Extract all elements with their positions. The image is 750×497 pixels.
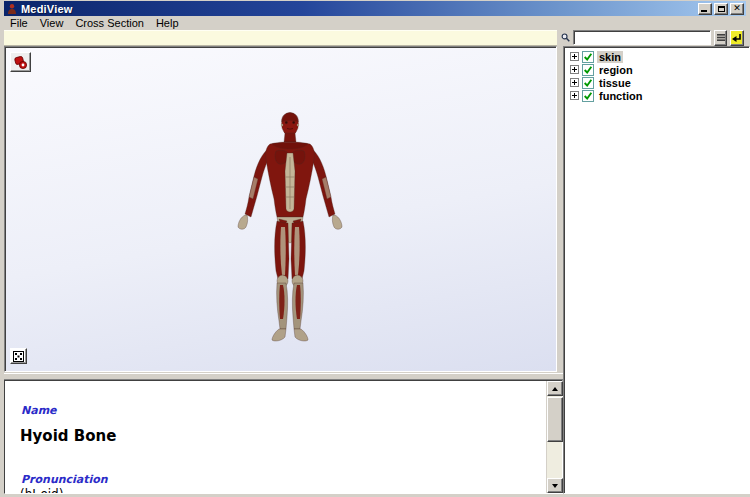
expand-plus-icon[interactable] bbox=[570, 91, 579, 100]
minimize-icon bbox=[701, 10, 707, 12]
function-checkbox[interactable] bbox=[582, 90, 594, 102]
pronunciation-value: (hI-oid) bbox=[20, 487, 63, 493]
triangle-down-icon bbox=[552, 484, 558, 488]
window-title: MediView bbox=[21, 3, 73, 15]
skin-checkbox[interactable] bbox=[582, 51, 594, 63]
menu-help[interactable]: Help bbox=[150, 16, 185, 30]
tree-item-tissue[interactable]: tissue bbox=[570, 76, 749, 89]
rotate-model-icon bbox=[13, 55, 28, 70]
status-toolbar bbox=[4, 30, 557, 46]
layer-tree-panel: skin region tissue function bbox=[563, 46, 750, 494]
horizontal-splitter[interactable] bbox=[4, 373, 563, 380]
check-icon bbox=[583, 65, 593, 75]
magnifier-icon[interactable] bbox=[561, 31, 570, 44]
texture-toggle-button[interactable] bbox=[10, 348, 27, 364]
tree-item-skin[interactable]: skin bbox=[570, 50, 749, 63]
triangle-up-icon bbox=[552, 387, 558, 391]
menu-file[interactable]: File bbox=[4, 16, 34, 30]
tree-label-skin[interactable]: skin bbox=[597, 51, 623, 63]
close-button[interactable]: ✕ bbox=[730, 3, 744, 15]
expand-plus-icon[interactable] bbox=[570, 78, 579, 87]
close-icon: ✕ bbox=[733, 4, 741, 13]
structure-name: Hyoid Bone bbox=[20, 427, 116, 445]
app-person-icon bbox=[6, 3, 18, 15]
scrollbar-thumb[interactable] bbox=[547, 397, 563, 442]
scroll-down-button[interactable] bbox=[547, 478, 563, 493]
check-icon bbox=[583, 91, 593, 101]
titlebar[interactable]: MediView ✕ bbox=[4, 1, 746, 16]
pronunciation-label: Pronunciation bbox=[21, 473, 108, 486]
list-options-button[interactable] bbox=[714, 30, 727, 46]
info-content: Name Hyoid Bone Pronunciation (hI-oid) bbox=[5, 381, 546, 493]
anatomy-viewport[interactable] bbox=[4, 46, 557, 372]
expand-plus-icon[interactable] bbox=[570, 65, 579, 74]
info-scrollbar[interactable] bbox=[546, 381, 562, 493]
tree-label-function[interactable]: function bbox=[597, 90, 644, 102]
minimize-button[interactable] bbox=[698, 3, 712, 15]
tissue-checkbox[interactable] bbox=[582, 77, 594, 89]
anatomy-model[interactable] bbox=[230, 111, 350, 357]
region-checkbox[interactable] bbox=[582, 64, 594, 76]
maximize-icon bbox=[718, 6, 725, 12]
search-toolbar bbox=[557, 29, 746, 46]
tree-label-region[interactable]: region bbox=[597, 64, 635, 76]
name-label: Name bbox=[21, 404, 57, 417]
mediview-window: MediView ✕ File View Cross Section Help bbox=[0, 0, 750, 497]
list-lines-icon bbox=[716, 33, 726, 42]
scroll-up-button[interactable] bbox=[547, 381, 563, 396]
yellow-return-arrow-icon bbox=[731, 32, 743, 44]
info-panel: Name Hyoid Bone Pronunciation (hI-oid) bbox=[4, 380, 563, 494]
expand-plus-icon[interactable] bbox=[570, 52, 579, 61]
rotate-model-button[interactable] bbox=[10, 52, 31, 72]
go-search-button[interactable] bbox=[730, 30, 744, 46]
tree-label-tissue[interactable]: tissue bbox=[597, 77, 633, 89]
maximize-button[interactable] bbox=[714, 3, 728, 15]
dice-grid-icon bbox=[13, 351, 24, 362]
check-icon bbox=[583, 78, 593, 88]
check-icon bbox=[583, 52, 593, 62]
tree-item-function[interactable]: function bbox=[570, 89, 749, 102]
menu-bar: File View Cross Section Help bbox=[4, 16, 746, 30]
tree-item-region[interactable]: region bbox=[570, 63, 749, 76]
search-input[interactable] bbox=[573, 30, 711, 45]
menu-cross-section[interactable]: Cross Section bbox=[69, 16, 149, 30]
menu-view[interactable]: View bbox=[34, 16, 70, 30]
